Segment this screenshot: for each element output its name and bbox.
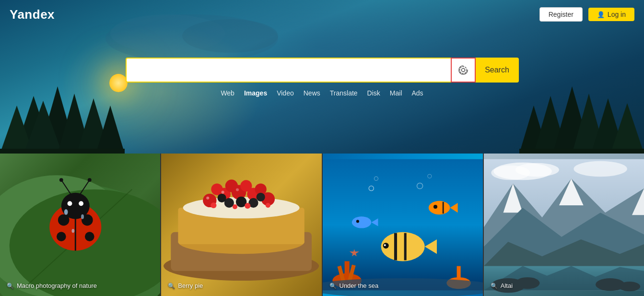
grid-item-ladybug[interactable]: 🔍 Macro photography of nature: [0, 154, 160, 296]
search-nav-links: WebImagesVideoNewsTranslateDiskMailAds: [126, 89, 519, 97]
search-area: Search WebImagesVideoNewsTranslateDiskMa…: [126, 58, 519, 97]
nav-link-images[interactable]: Images: [244, 89, 267, 97]
trees-left-decoration: [0, 58, 125, 154]
altai-illustration: [484, 154, 644, 296]
svg-point-108: [574, 161, 627, 177]
grid-caption-berrypie: 🔍 Berry pie: [168, 282, 203, 289]
search-caption-icon: 🔍: [7, 283, 14, 289]
grid-caption-text-altai: Altai: [501, 282, 513, 289]
sea-illustration: [323, 154, 483, 296]
search-row: Search: [126, 58, 519, 83]
svg-point-83: [351, 216, 371, 228]
svg-point-27: [58, 214, 70, 226]
header-actions: Register 👤 Log in: [539, 7, 634, 22]
grid-item-sea[interactable]: 🔍 Under the sea: [323, 154, 483, 296]
nav-link-translate[interactable]: Translate: [330, 89, 358, 97]
svg-point-104: [619, 282, 640, 291]
grid-item-berrypie[interactable]: 🔍 Berry pie: [161, 154, 321, 296]
svg-point-19: [460, 67, 467, 74]
person-icon: 👤: [597, 11, 605, 18]
nav-link-news[interactable]: News: [304, 89, 320, 97]
search-caption-icon-3: 🔍: [329, 283, 337, 289]
svg-rect-7: [0, 149, 125, 154]
image-grid: 🔍 Macro photography of nature: [0, 154, 644, 296]
grid-caption-text-berrypie: Berry pie: [178, 282, 203, 289]
camera-icon: [458, 65, 468, 75]
svg-point-51: [225, 179, 238, 192]
svg-point-31: [68, 201, 72, 206]
svg-point-57: [218, 194, 226, 202]
svg-point-37: [64, 209, 68, 215]
svg-point-29: [57, 232, 66, 241]
svg-point-79: [428, 201, 450, 214]
svg-point-58: [257, 193, 265, 201]
svg-point-38: [81, 214, 84, 219]
grid-caption-text-ladybug: Macro photography of nature: [17, 282, 97, 289]
grid-caption-sea: 🔍 Under the sea: [329, 282, 379, 289]
svg-point-82: [433, 205, 437, 209]
berrypie-illustration: [161, 154, 321, 296]
svg-point-64: [222, 191, 224, 194]
svg-point-50: [211, 183, 223, 195]
svg-rect-14: [519, 149, 644, 154]
svg-point-59: [211, 202, 217, 208]
svg-point-65: [236, 189, 239, 191]
search-button[interactable]: Search: [476, 58, 519, 83]
svg-point-61: [245, 203, 250, 209]
grid-item-altai[interactable]: 🔍 Altai: [484, 154, 644, 296]
grid-caption-altai: 🔍 Altai: [491, 282, 513, 289]
trees-right-decoration: [519, 58, 644, 154]
grid-caption-ladybug: 🔍 Macro photography of nature: [7, 282, 97, 289]
svg-point-62: [266, 203, 270, 208]
grid-caption-text-sea: Under the sea: [340, 282, 379, 289]
svg-point-102: [515, 277, 540, 289]
nav-link-mail[interactable]: Mail: [390, 89, 402, 97]
camera-search-button[interactable]: [451, 58, 476, 83]
svg-point-39: [71, 229, 74, 233]
nav-link-ads[interactable]: Ads: [412, 89, 423, 97]
svg-point-63: [206, 197, 209, 200]
search-input[interactable]: [126, 58, 451, 83]
svg-point-85: [356, 220, 359, 223]
ladybug-illustration: [0, 154, 160, 296]
svg-point-32: [79, 201, 83, 206]
svg-point-77: [383, 243, 388, 249]
svg-point-35: [59, 178, 63, 182]
nav-link-video[interactable]: Video: [277, 89, 294, 97]
login-button[interactable]: 👤 Log in: [588, 8, 634, 21]
header: Yandex Register 👤 Log in: [0, 0, 644, 29]
nav-link-disk[interactable]: Disk: [367, 89, 380, 97]
svg-point-36: [88, 178, 92, 182]
nav-link-web[interactable]: Web: [221, 89, 234, 97]
search-caption-icon-4: 🔍: [491, 283, 498, 289]
svg-point-52: [240, 180, 252, 191]
svg-point-78: [384, 244, 386, 246]
search-caption-icon-2: 🔍: [168, 283, 175, 289]
register-button[interactable]: Register: [539, 7, 583, 22]
login-label: Log in: [608, 11, 626, 18]
svg-point-30: [85, 232, 94, 241]
svg-point-107: [515, 163, 559, 177]
logo: Yandex: [10, 7, 55, 22]
svg-point-60: [233, 204, 237, 209]
